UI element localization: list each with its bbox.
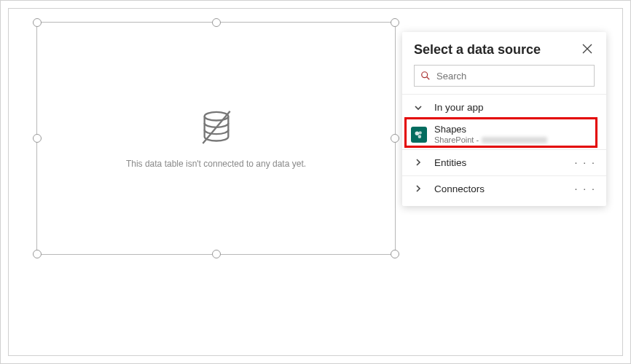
data-source-item-shapes[interactable]: Shapes SharePoint - bbox=[402, 120, 606, 149]
data-source-text: Shapes SharePoint - bbox=[434, 124, 547, 145]
section-header-entities[interactable]: Entities · · · bbox=[402, 150, 606, 175]
chevron-down-icon bbox=[414, 103, 428, 112]
search-box[interactable] bbox=[414, 65, 595, 87]
data-table-empty-state: This data table isn't connected to any d… bbox=[37, 23, 395, 254]
section-label: Connectors bbox=[434, 183, 485, 194]
data-table-empty-message: This data table isn't connected to any d… bbox=[126, 159, 306, 169]
data-table-control[interactable]: This data table isn't connected to any d… bbox=[36, 22, 396, 255]
outer-frame: This data table isn't connected to any d… bbox=[0, 0, 631, 364]
search-input[interactable] bbox=[436, 71, 588, 82]
svg-point-5 bbox=[419, 131, 422, 134]
ellipsis-icon: · · · bbox=[575, 183, 596, 194]
section-in-your-app: In your app Shapes SharePoint - bbox=[402, 94, 606, 149]
svg-point-2 bbox=[422, 72, 428, 78]
svg-point-4 bbox=[415, 131, 420, 135]
more-options-button[interactable]: · · · bbox=[575, 157, 596, 168]
data-source-panel: Select a data source bbox=[402, 32, 606, 206]
section-header-in-your-app[interactable]: In your app bbox=[402, 95, 606, 120]
panel-header: Select a data source bbox=[402, 42, 606, 65]
sharepoint-icon bbox=[411, 127, 427, 143]
search-wrap bbox=[402, 65, 606, 94]
section-label: Entities bbox=[434, 157, 466, 168]
panel-title: Select a data source bbox=[414, 42, 541, 58]
search-icon bbox=[420, 71, 431, 81]
data-source-name: Shapes bbox=[434, 124, 547, 135]
data-source-subtitle: SharePoint - bbox=[434, 135, 547, 145]
close-icon bbox=[582, 44, 592, 57]
redacted-account bbox=[482, 137, 547, 143]
svg-line-3 bbox=[427, 77, 430, 80]
chevron-right-icon bbox=[414, 184, 428, 193]
section-header-connectors[interactable]: Connectors · · · bbox=[402, 176, 606, 202]
more-options-button[interactable]: · · · bbox=[575, 183, 596, 194]
section-entities: Entities · · · bbox=[402, 149, 606, 175]
chevron-right-icon bbox=[414, 158, 428, 167]
close-button[interactable] bbox=[580, 43, 595, 58]
canvas-frame: This data table isn't connected to any d… bbox=[8, 8, 623, 356]
section-label: In your app bbox=[434, 102, 484, 113]
svg-point-6 bbox=[418, 135, 422, 138]
database-strikethrough-icon bbox=[196, 108, 237, 151]
ellipsis-icon: · · · bbox=[575, 157, 596, 168]
section-connectors: Connectors · · · bbox=[402, 175, 606, 202]
